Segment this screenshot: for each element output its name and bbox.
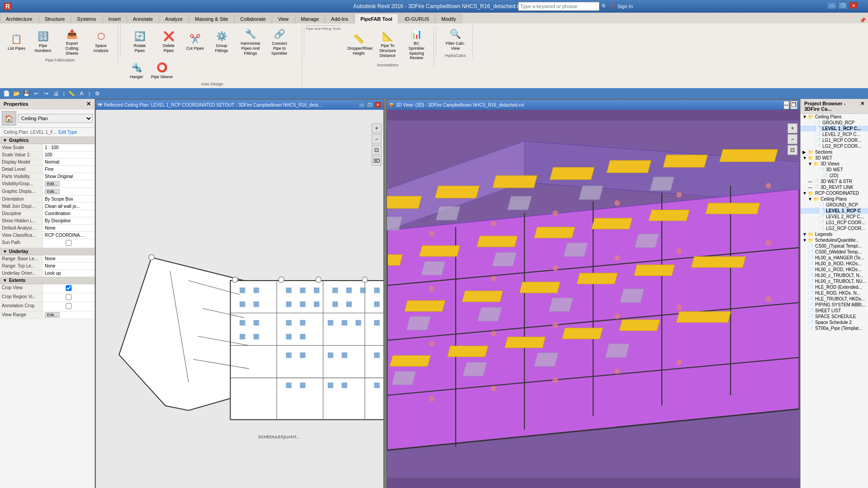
qa-new-icon[interactable]: 📄 xyxy=(2,89,11,98)
group-fittings-button[interactable]: ⚙️ Group Fittings xyxy=(208,28,235,55)
tree-ground-rcp[interactable]: 📄GROUND_RCP xyxy=(801,120,868,126)
prop-section-graphics[interactable]: ▼ Graphics xyxy=(0,137,94,144)
tree-sheet-list[interactable]: 📄SHEET LIST xyxy=(801,308,868,314)
ribbon-pin-icon[interactable]: 📌 xyxy=(859,17,866,23)
pipe-structure-button[interactable]: 📐 Pipe To Structure Distance xyxy=(374,28,401,59)
crop-region-value[interactable] xyxy=(43,293,94,302)
tree-hl00-c-trubolt2[interactable]: 📄HL00_c_TRUBOLT, NU... xyxy=(801,278,868,284)
tab-architecture[interactable]: Architecture xyxy=(0,14,38,23)
sun-path-value[interactable] xyxy=(43,239,94,248)
properties-close-button[interactable]: ✕ xyxy=(86,101,91,107)
tab-analyze[interactable]: Analyze xyxy=(159,14,189,23)
tree-3dwet-str[interactable]: — 📄3D WET & STR xyxy=(801,178,868,184)
tree-rcp-lg2[interactable]: 📄LG2_RCP COOR... xyxy=(801,225,868,231)
tree-3dwet[interactable]: ▼ 📁3D WET xyxy=(801,155,868,161)
tree-3dwet-view[interactable]: 📄3D WET xyxy=(801,167,868,173)
left-view-restore[interactable]: ❐ xyxy=(366,102,373,108)
tab-structure[interactable]: Structure xyxy=(39,14,71,23)
sign-in-label[interactable]: Sign In xyxy=(618,4,633,9)
tree-st00a-pipe[interactable]: 📄ST00a_Pipe (Templat... xyxy=(801,325,868,331)
export-cutting-button[interactable]: 📤 Export Cutting Sheets xyxy=(58,25,85,57)
tab-manage[interactable]: Manage xyxy=(295,14,325,23)
harmonise-button[interactable]: 🔧 Harmonise Pipes And Fittings xyxy=(237,25,264,57)
edit-type-button[interactable]: Edit Type xyxy=(58,130,77,135)
tab-collaborate[interactable]: Collaborate xyxy=(235,14,272,23)
pipe-sleeve-button[interactable]: ⭕ Pipe Sleeve xyxy=(149,59,175,81)
crop-region-checkbox[interactable] xyxy=(45,294,93,300)
annotation-crop-value[interactable] xyxy=(43,302,94,311)
tree-hle-trubolt[interactable]: 📄HLE_TRUBOLT, HKDs... xyxy=(801,296,868,302)
delete-pipes-button[interactable]: ❌ Delete Pipes xyxy=(155,28,182,55)
crop-view-checkbox[interactable] xyxy=(45,285,93,291)
nav-zoom-in[interactable]: + xyxy=(372,123,382,133)
view-range-edit-button[interactable]: Edit... xyxy=(45,312,60,318)
qa-undo-icon[interactable]: ↩ xyxy=(32,89,41,98)
graphic-display-value[interactable]: Edit... xyxy=(43,188,94,195)
qa-measure-icon[interactable]: 📏 xyxy=(67,89,76,98)
tree-3d-revit-link[interactable]: — 📄3D_REVIT LINK xyxy=(801,184,868,190)
tree-level1-rcp[interactable]: 📄LEVEL 1_RCP C... xyxy=(801,126,868,131)
prop-type-dropdown[interactable]: Ceiling Plan xyxy=(18,114,93,123)
nav-zoom-out[interactable]: − xyxy=(372,134,382,144)
tree-cs00-typical[interactable]: 📄CS00_(Typical Templ... xyxy=(801,243,868,249)
right-nav-zoom-in[interactable]: + xyxy=(788,123,797,133)
connect-pipe-button[interactable]: 🔗 Connect Pipe to Sprinkler xyxy=(266,25,293,57)
qa-settings-icon[interactable]: ⚙ xyxy=(93,89,102,98)
right-view-restore[interactable]: ❐ xyxy=(790,101,797,109)
qa-redo-icon[interactable]: ↪ xyxy=(42,89,51,98)
cut-pipes-button[interactable]: ✂️ Cut Pipes xyxy=(184,30,206,52)
tab-massing[interactable]: Massing & Site xyxy=(189,14,234,23)
tree-rcp-level2[interactable]: 📄LEVEL 2_RCP C... xyxy=(801,214,868,220)
visibility-edit-button[interactable]: Edit... xyxy=(45,181,60,187)
tree-hl00-b-rod[interactable]: 📄HL00_b_ROD, HKDs... xyxy=(801,261,868,267)
tab-systems[interactable]: Systems xyxy=(71,14,102,23)
tree-hle-rod-hkds[interactable]: 📄HLE_ROD, HKDs. N... xyxy=(801,290,868,296)
tab-view[interactable]: View xyxy=(272,14,295,23)
tab-annotate[interactable]: Annotate xyxy=(127,14,159,23)
tree-hl00-hanger[interactable]: 📄HL00_a_HANGER (Te... xyxy=(801,255,868,261)
tab-pipefab[interactable]: PipeFAB Tool xyxy=(354,14,398,23)
filter-calc-button[interactable]: 🔍 Filter Calc. View xyxy=(442,25,469,52)
qa-open-icon[interactable]: 📂 xyxy=(12,89,21,98)
tree-rcp-lg1[interactable]: 📄LG1_RCP COOR... xyxy=(801,220,868,225)
list-pipes-button[interactable]: 📋 List Pipes xyxy=(5,30,28,52)
tab-addins[interactable]: Add-Ins xyxy=(325,14,354,23)
prop-section-underlay[interactable]: ▼ Underlay xyxy=(0,248,94,255)
tab-insert[interactable]: Insert xyxy=(103,14,127,23)
search-input[interactable] xyxy=(518,2,599,11)
sun-path-checkbox[interactable] xyxy=(45,240,93,246)
pipe-numbers-button[interactable]: 🔢 Pipe Numbers xyxy=(29,28,57,55)
tree-hl00-c-trubolt1[interactable]: 📄HL00_c_TRUBOLT, N... xyxy=(801,272,868,278)
search-icon[interactable]: 🔍 xyxy=(601,4,608,9)
view-range-value[interactable]: Edit... xyxy=(43,311,94,319)
qa-text-icon[interactable]: A xyxy=(77,89,86,98)
tab-idgurus[interactable]: ID-GURUS xyxy=(399,14,435,23)
right-nav-fit[interactable]: ⊡ xyxy=(788,145,797,155)
space-analysis-button[interactable]: ⬡ Space Analysis xyxy=(87,28,114,55)
hanger-button[interactable]: 🔩 Hanger xyxy=(126,59,147,81)
tree-rcp-ground[interactable]: 📄GROUND_RCP xyxy=(801,202,868,208)
tree-lg2-rcp[interactable]: 📄LG2_RCP COOR... xyxy=(801,143,868,149)
tree-hl00-c-rod[interactable]: 📄HL00_c_ROD, HKDs... xyxy=(801,267,868,272)
crop-view-value[interactable] xyxy=(43,284,94,293)
help-icon[interactable]: ❓ xyxy=(609,4,616,9)
view-scale-value[interactable]: 1 : 100 xyxy=(43,144,94,151)
left-view-close[interactable]: ✕ xyxy=(374,102,382,108)
tree-hle-rod-ext[interactable]: 📄HLE_ROD (Extended... xyxy=(801,284,868,290)
qa-print-icon[interactable]: 🖨 xyxy=(52,89,61,98)
right-view-minimize[interactable]: ─ xyxy=(783,101,789,109)
dropper-riser-button[interactable]: 📏 Dropper/Riser Height xyxy=(345,30,372,57)
tree-legends[interactable]: ▼ 📁Legends xyxy=(801,231,868,237)
prop-section-extents[interactable]: ▼ Extents xyxy=(0,277,94,284)
tree-space-schedule[interactable]: 📄SPACE SCHEDULE xyxy=(801,314,868,319)
tree-rcp-level1[interactable]: 📄LEVEL 1_RCP C xyxy=(801,208,868,214)
nav-zoom-fit[interactable]: ⊡ xyxy=(372,145,382,155)
tab-modify[interactable]: Modify xyxy=(435,14,462,23)
tree-cs00-welded[interactable]: 📄CS00_(Welded Temp... xyxy=(801,249,868,255)
graphic-display-edit-button[interactable]: Edit... xyxy=(45,189,60,194)
tree-3dviews[interactable]: ▼ 📁3D Views xyxy=(801,161,868,167)
tree-ceiling-plans[interactable]: ▼ 📁Ceiling Plans xyxy=(801,114,868,120)
tree-rcp-ceiling-plans[interactable]: ▼ 📁Ceiling Plans xyxy=(801,196,868,202)
minimize-button[interactable]: ─ xyxy=(827,2,836,9)
tree-piping-system[interactable]: 📄PIPING SYSTEM ABBI... xyxy=(801,302,868,308)
